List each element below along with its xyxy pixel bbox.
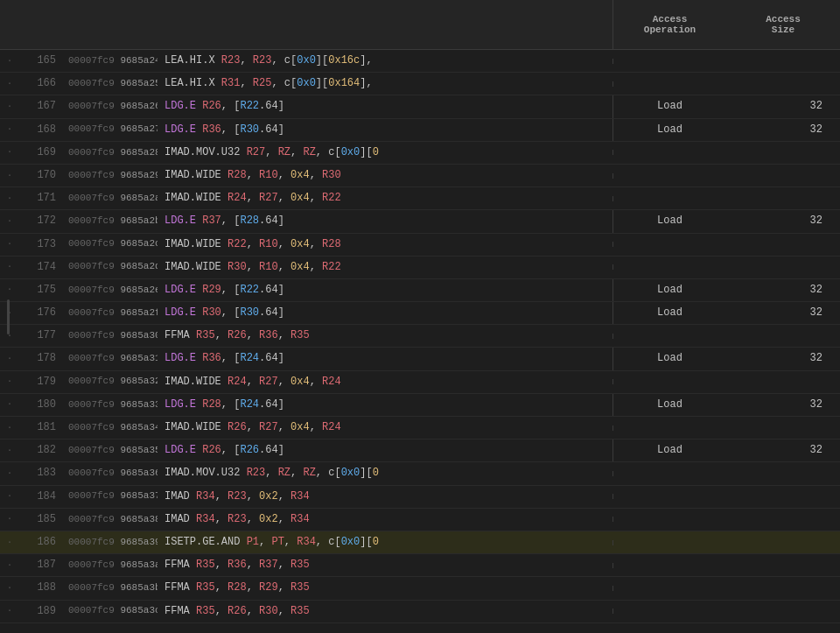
row-source: IMAD.WIDE R24, R27, 0x4, R24 (158, 371, 612, 393)
row-dot: · (0, 579, 18, 598)
table-row[interactable]: · 187 00007fc9 9685a3a0 FFMA R35, R36, R… (0, 554, 840, 577)
table-row[interactable]: · 183 00007fc9 9685a360 IMAD.MOV.U32 R23… (0, 462, 840, 485)
table-row[interactable]: · 166 00007fc9 9685a250 LEA.HI.X R31, R2… (0, 73, 840, 95)
row-linenum: 172 (18, 210, 61, 232)
row-address: 00007fc9 9685a380 (61, 510, 158, 531)
table-row[interactable]: · 165 00007fc9 9685a240 LEA.HI.X R23, R2… (0, 50, 840, 73)
table-row[interactable]: · 172 00007fc9 9685a2b0 LDG.E R37, [R28.… (0, 210, 840, 233)
table-row[interactable]: · 182 00007fc9 9685a350 LDG.E R26, [R26.… (0, 440, 840, 462)
row-access-op: Load (612, 440, 726, 461)
row-linenum: 165 (18, 50, 61, 72)
table-row[interactable]: · 186 00007fc9 9685a390 ISETP.GE.AND P1,… (0, 531, 840, 554)
row-dot: · (0, 372, 18, 391)
row-access-op (612, 608, 726, 614)
row-address: 00007fc9 9685a260 (61, 96, 158, 117)
row-source: FFMA R35, R28, R29, R35 (158, 577, 612, 599)
table-row[interactable]: · 176 00007fc9 9685a2f0 LDG.E R30, [R30.… (0, 302, 840, 325)
table-row[interactable]: · 174 00007fc9 9685a2d0 IMAD.WIDE R30, R… (0, 257, 840, 279)
table-header: AccessOperation AccessSize (0, 0, 840, 50)
table-row[interactable]: · 184 00007fc9 9685a370 IMAD R34, R23, 0… (0, 486, 840, 509)
table-row[interactable]: · 179 00007fc9 9685a320 IMAD.WIDE R24, R… (0, 371, 840, 394)
row-access-op: Load (612, 119, 726, 141)
row-linenum: 184 (18, 486, 61, 508)
row-source: IMAD.MOV.U32 R27, RZ, RZ, c[0x0][0 (158, 142, 612, 164)
table-row[interactable]: · 167 00007fc9 9685a260 LDG.E R26, [R22.… (0, 95, 840, 118)
row-linenum: 176 (18, 302, 61, 324)
row-dot: · (0, 143, 18, 162)
row-access-size: 32 (726, 348, 840, 369)
row-source: IMAD.MOV.U32 R23, RZ, RZ, c[0x0][0 (158, 462, 612, 484)
table-row[interactable]: · 169 00007fc9 9685a280 IMAD.MOV.U32 R27… (0, 142, 840, 165)
row-address: 00007fc9 9685a390 (61, 532, 158, 553)
row-access-size (726, 150, 840, 155)
row-address: 00007fc9 9685a2d0 (61, 257, 158, 278)
table-row[interactable]: · 170 00007fc9 9685a290 IMAD.WIDE R28, R… (0, 165, 840, 187)
row-access-size: 32 (726, 279, 840, 301)
row-linenum: 179 (18, 371, 61, 393)
table-row[interactable]: · 185 00007fc9 9685a380 IMAD R34, R23, 0… (0, 509, 840, 531)
row-address: 00007fc9 9685a330 (61, 395, 158, 416)
row-linenum: 183 (18, 462, 61, 484)
row-linenum: 186 (18, 531, 61, 553)
resize-handle[interactable] (7, 299, 10, 334)
row-dot: · (0, 166, 18, 186)
row-source: IMAD.WIDE R26, R27, 0x4, R24 (158, 417, 612, 439)
row-address: 00007fc9 9685a240 (61, 51, 158, 72)
row-access-size: 32 (726, 95, 840, 117)
row-access-op (612, 471, 726, 476)
row-address: 00007fc9 9685a2e0 (61, 280, 158, 301)
row-access-op: Load (612, 394, 726, 416)
row-dot: · (0, 235, 18, 254)
row-source: IMAD.WIDE R22, R10, 0x4, R28 (158, 234, 612, 256)
table-row[interactable]: · 180 00007fc9 9685a330 LDG.E R28, [R24.… (0, 394, 840, 417)
row-source: LEA.HI.X R23, R23, c[0x0][0x16c], (158, 50, 612, 72)
row-access-size: 32 (726, 394, 840, 416)
row-access-size (726, 173, 840, 179)
table-row[interactable]: · 181 00007fc9 9685a340 IMAD.WIDE R26, R… (0, 417, 840, 440)
table-row[interactable]: · 178 00007fc9 9685a310 LDG.E R36, [R24.… (0, 348, 840, 370)
row-linenum: 188 (18, 577, 61, 599)
row-linenum: 174 (18, 257, 61, 278)
row-linenum: 171 (18, 187, 61, 209)
row-access-size (726, 586, 840, 591)
row-dot: · (0, 533, 18, 552)
table-row[interactable]: · 168 00007fc9 9685a270 LDG.E R36, [R30.… (0, 119, 840, 142)
row-dot: · (0, 280, 18, 299)
row-address: 00007fc9 9685a3c0 (61, 601, 158, 622)
row-linenum: 181 (18, 417, 61, 439)
table-row[interactable]: · 189 00007fc9 9685a3c0 FFMA R35, R26, R… (0, 601, 840, 623)
row-access-op (612, 196, 726, 201)
col-header-num (18, 19, 61, 30)
row-source: LDG.E R26, [R26.64] (158, 440, 612, 461)
row-linenum: 180 (18, 394, 61, 416)
row-access-op (612, 150, 726, 155)
table-row[interactable]: · 188 00007fc9 9685a3b0 FFMA R35, R28, R… (0, 577, 840, 600)
row-access-op (612, 264, 726, 270)
row-access-op (612, 59, 726, 64)
row-source: IMAD.WIDE R24, R27, 0x4, R22 (158, 187, 612, 209)
row-linenum: 189 (18, 601, 61, 622)
row-access-size (726, 334, 840, 339)
col-header-access-size: AccessSize (726, 0, 840, 49)
row-linenum: 187 (18, 554, 61, 576)
row-address: 00007fc9 9685a3b0 (61, 578, 158, 599)
row-access-op: Load (612, 210, 726, 232)
row-access-op (612, 173, 726, 179)
row-access-op: Load (612, 302, 726, 324)
table-body[interactable]: · 165 00007fc9 9685a240 LEA.HI.X R23, R2… (0, 50, 840, 633)
row-address: 00007fc9 9685a250 (61, 74, 158, 95)
row-dot: · (0, 257, 18, 277)
row-access-size (726, 242, 840, 247)
row-access-size (726, 517, 840, 522)
row-address: 00007fc9 9685a2a0 (61, 188, 158, 209)
table-row[interactable]: · 177 00007fc9 9685a300 FFMA R35, R26, R… (0, 325, 840, 348)
row-access-op (612, 242, 726, 247)
col-header-access-op: AccessOperation (612, 0, 726, 49)
table-row[interactable]: · 175 00007fc9 9685a2e0 LDG.E R29, [R22.… (0, 279, 840, 302)
table-row[interactable]: · 171 00007fc9 9685a2a0 IMAD.WIDE R24, R… (0, 187, 840, 210)
row-access-size (726, 59, 840, 64)
row-dot: · (0, 601, 18, 621)
row-source: IMAD.WIDE R28, R10, 0x4, R30 (158, 165, 612, 186)
table-row[interactable]: · 173 00007fc9 9685a2c0 IMAD.WIDE R22, R… (0, 234, 840, 257)
row-access-size (726, 426, 840, 431)
